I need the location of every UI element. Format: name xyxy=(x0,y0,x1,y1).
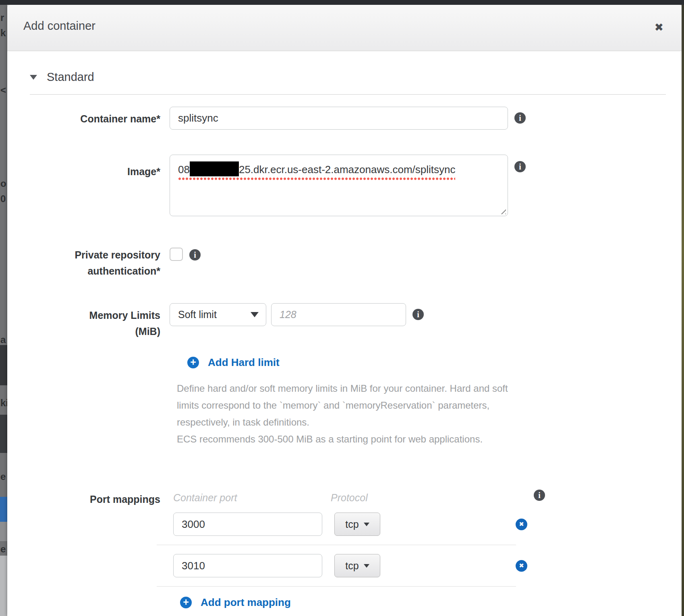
section-divider xyxy=(30,94,666,95)
container-name-row: Container name* i xyxy=(7,107,682,130)
protocol-value: tcp xyxy=(345,519,359,530)
add-port-mapping-label: Add port mapping xyxy=(201,596,291,609)
memory-limit-value-input[interactable] xyxy=(271,303,406,326)
port-row-divider xyxy=(157,545,516,545)
container-port-column-header: Container port xyxy=(170,492,331,504)
image-input[interactable]: 0825.dkr.ecr.us-east-2.amazonaws.com/spl… xyxy=(170,155,508,216)
obscured-text-fragment: ki xyxy=(0,397,7,409)
chevron-down-icon xyxy=(364,564,369,568)
obscured-text-fragment: < xyxy=(0,85,6,96)
memory-limits-label-line2: (MiB) xyxy=(7,323,160,339)
section-title: Standard xyxy=(47,70,94,84)
obscured-content-patch xyxy=(0,415,7,453)
chevron-down-icon xyxy=(364,523,369,526)
image-label: Image* xyxy=(7,155,160,180)
obscured-text-fragment: 0 xyxy=(0,193,6,205)
port-mapping-row: tcp ✖ xyxy=(170,513,527,536)
background-top-bar xyxy=(0,0,684,5)
protocol-select[interactable]: tcp xyxy=(334,513,380,536)
resize-handle[interactable] xyxy=(499,207,506,214)
screen: r k < o 0 a ki e e Add container ✖ Stand… xyxy=(0,0,684,616)
private-repo-checkbox[interactable] xyxy=(170,248,183,261)
image-row: Image* 0825.dkr.ecr.us-east-2.amazonaws.… xyxy=(7,155,682,216)
port-mappings-label: Port mappings xyxy=(7,487,160,507)
add-hard-limit-link[interactable]: + Add Hard limit xyxy=(187,356,682,369)
container-port-input[interactable] xyxy=(173,554,322,577)
port-mappings-headers: Container port Protocol xyxy=(170,487,527,504)
container-port-input[interactable] xyxy=(173,513,322,536)
obscured-text-fragment: o xyxy=(0,178,6,189)
protocol-value: tcp xyxy=(345,560,359,572)
obscured-content-patch xyxy=(0,345,7,385)
obscured-text-fragment: r xyxy=(0,12,4,23)
obscured-text-fragment: e xyxy=(0,544,6,555)
port-mapping-row: tcp ✖ xyxy=(170,554,527,577)
plus-icon: + xyxy=(187,357,199,368)
container-name-input[interactable] xyxy=(170,107,508,130)
info-icon[interactable]: i xyxy=(412,309,424,320)
private-repo-row: Private repository authentication* i xyxy=(7,247,682,279)
info-icon[interactable]: i xyxy=(514,112,526,124)
modal-title: Add container xyxy=(23,19,95,33)
help-paragraph-1: Define hard and/or soft memory limits in… xyxy=(177,380,528,431)
obscured-text-fragment: e xyxy=(0,471,6,482)
memory-limit-type-value: Soft limit xyxy=(178,309,217,320)
private-repo-label-line2: authentication* xyxy=(7,263,160,279)
obscured-text-fragment: k xyxy=(0,27,6,39)
chevron-down-icon xyxy=(251,312,259,317)
private-repo-label-line1: Private repository xyxy=(7,247,160,263)
image-value-suffix: 25.dkr.ecr.us-east-2.amazonaws.com/split… xyxy=(239,163,456,176)
remove-port-mapping-icon[interactable]: ✖ xyxy=(516,560,527,572)
container-name-label: Container name* xyxy=(7,107,160,127)
memory-limits-label-line1: Memory Limits xyxy=(7,307,160,323)
background-left-sliver: r k < o 0 a ki e e xyxy=(0,5,7,616)
modal-body: Standard Container name* i Image* 0825.d… xyxy=(7,70,682,609)
obscured-text-fragment: a xyxy=(0,334,6,345)
add-hard-limit-label: Add Hard limit xyxy=(208,356,280,369)
remove-port-mapping-icon[interactable]: ✖ xyxy=(516,519,527,530)
protocol-column-header: Protocol xyxy=(331,492,368,504)
info-icon[interactable]: i xyxy=(189,249,201,260)
info-icon[interactable]: i xyxy=(514,161,526,172)
add-port-mapping-link[interactable]: + Add port mapping xyxy=(180,596,527,609)
add-container-modal: Add container ✖ Standard Container name*… xyxy=(7,5,682,616)
close-icon[interactable]: ✖ xyxy=(654,21,663,34)
section-standard[interactable]: Standard xyxy=(30,70,682,84)
memory-limits-row: Memory Limits (MiB) Soft limit i xyxy=(7,303,682,339)
help-paragraph-2: ECS recommends 300-500 MiB as a starting… xyxy=(177,431,528,448)
caret-down-icon xyxy=(30,75,37,80)
obscured-content-patch xyxy=(0,497,7,522)
image-value-prefix: 08 xyxy=(178,163,190,176)
protocol-select[interactable]: tcp xyxy=(334,554,380,577)
info-icon[interactable]: i xyxy=(534,490,545,501)
image-value: 0825.dkr.ecr.us-east-2.amazonaws.com/spl… xyxy=(178,161,455,181)
background-right-sliver xyxy=(682,5,684,616)
obscured-content-patch xyxy=(0,556,7,616)
port-mappings-row: Port mappings Container port Protocol tc… xyxy=(7,487,682,609)
plus-icon: + xyxy=(180,597,192,608)
port-row-divider xyxy=(157,586,516,587)
memory-limits-help-text: Define hard and/or soft memory limits in… xyxy=(177,380,528,448)
memory-limit-type-select[interactable]: Soft limit xyxy=(170,303,266,326)
obscured-content-patch xyxy=(0,522,7,541)
redaction-bar xyxy=(190,161,239,176)
modal-header: Add container ✖ xyxy=(7,5,682,51)
